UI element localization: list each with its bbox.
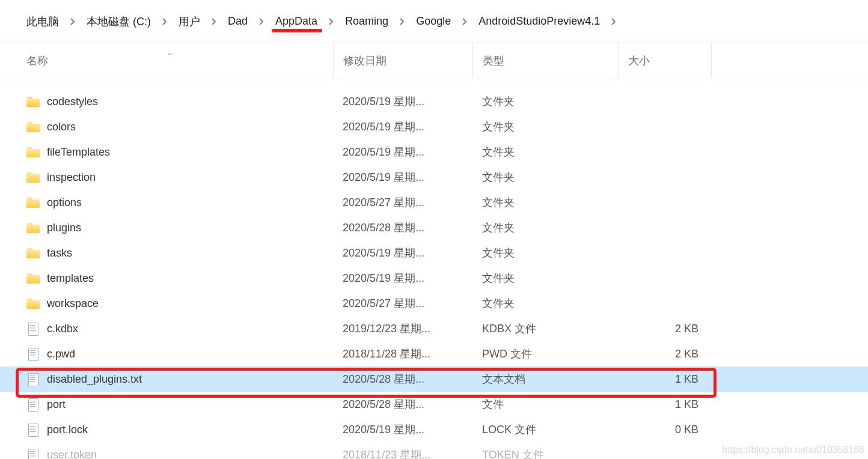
file-date-cell: 2020/5/19 星期... <box>333 120 472 134</box>
breadcrumb-item[interactable]: 此电脑 <box>22 13 64 30</box>
breadcrumb-item-label: 此电脑 <box>26 14 59 29</box>
file-date-cell: 2020/5/28 星期... <box>333 220 472 235</box>
file-type-cell: 文本文档 <box>472 372 618 386</box>
file-name-cell: port <box>26 398 333 411</box>
file-name-cell: disabled_plugins.txt <box>26 372 333 386</box>
file-name-cell: codestyles <box>26 95 333 108</box>
file-row[interactable]: options2020/5/27 星期...文件夹 <box>0 190 868 215</box>
watermark-text: https://blog.csdn.net/u010358168 <box>722 445 864 455</box>
file-name-text: codestyles <box>47 96 98 108</box>
chevron-right-icon[interactable] <box>206 17 222 26</box>
chevron-right-icon[interactable] <box>606 17 622 26</box>
file-name-text: plugins <box>47 222 81 234</box>
file-date-cell: 2020/5/27 星期... <box>333 296 472 311</box>
file-row[interactable]: plugins2020/5/28 星期...文件夹 <box>0 215 868 240</box>
file-size-cell: 0 KB <box>618 424 712 436</box>
file-size-cell: 2 KB <box>618 323 712 335</box>
file-date-cell: 2020/5/19 星期... <box>333 271 472 285</box>
chevron-right-icon[interactable] <box>457 17 472 26</box>
chevron-right-icon[interactable] <box>254 17 269 26</box>
breadcrumb-item-label: 本地磁盘 (C:) <box>87 14 151 29</box>
file-row[interactable]: c.pwd2018/11/28 星期...PWD 文件2 KB <box>0 341 868 366</box>
breadcrumb-item-label: Dad <box>228 15 248 28</box>
column-header-type[interactable]: 类型 <box>472 43 618 78</box>
file-name-cell: c.pwd <box>26 347 333 360</box>
file-date-cell: 2020/5/28 星期... <box>333 397 472 412</box>
file-type-cell: PWD 文件 <box>472 347 618 361</box>
file-name-text: options <box>47 196 82 209</box>
breadcrumb-item-label: AppData <box>275 15 317 28</box>
folder-icon <box>26 272 40 285</box>
folder-icon <box>26 120 40 133</box>
file-name-cell: tasks <box>26 246 333 260</box>
file-name-text: port.lock <box>47 424 88 436</box>
file-row[interactable]: templates2020/5/19 星期...文件夹 <box>0 266 868 291</box>
breadcrumb-item-label: Roaming <box>345 15 388 28</box>
file-type-cell: 文件夹 <box>472 94 618 109</box>
breadcrumb-item-label: AndroidStudioPreview4.1 <box>478 15 600 28</box>
file-type-cell: 文件夹 <box>472 170 618 184</box>
file-type-cell: 文件夹 <box>472 145 618 159</box>
folder-icon <box>26 221 40 234</box>
file-row[interactable]: port.lock2020/5/19 星期...LOCK 文件0 KB <box>0 417 868 442</box>
breadcrumb-item[interactable]: Roaming <box>340 14 393 29</box>
folder-icon <box>26 246 40 260</box>
file-name-text: disabled_plugins.txt <box>47 373 142 386</box>
file-type-cell: 文件夹 <box>472 220 618 235</box>
file-size-cell: 2 KB <box>618 348 712 360</box>
file-row[interactable]: disabled_plugins.txt2020/5/28 星期...文本文档1… <box>0 366 868 392</box>
file-row[interactable]: workspace2020/5/27 星期...文件夹 <box>0 291 868 316</box>
file-name-text: c.pwd <box>47 348 75 360</box>
folder-icon <box>26 196 40 209</box>
file-name-text: c.kdbx <box>47 323 78 335</box>
column-header-size[interactable]: 大小 <box>618 43 712 78</box>
file-row[interactable]: fileTemplates2020/5/19 星期...文件夹 <box>0 139 868 165</box>
breadcrumb-item[interactable]: AppData <box>270 14 322 29</box>
breadcrumb-item[interactable]: 用户 <box>174 13 205 30</box>
breadcrumb-item[interactable]: Dad <box>223 14 252 29</box>
column-header-size-text: 大小 <box>628 53 650 68</box>
file-row[interactable]: tasks2020/5/19 星期...文件夹 <box>0 240 868 266</box>
file-type-cell: 文件 <box>472 397 618 412</box>
file-type-cell: KDBX 文件 <box>472 321 618 336</box>
file-row[interactable]: inspection2020/5/19 星期...文件夹 <box>0 165 868 190</box>
file-row[interactable]: port2020/5/28 星期...文件1 KB <box>0 392 868 417</box>
file-date-cell: 2020/5/19 星期... <box>333 145 472 159</box>
file-row[interactable]: c.kdbx2019/12/23 星期...KDBX 文件2 KB <box>0 316 868 341</box>
breadcrumb-item[interactable]: Google <box>411 14 456 29</box>
file-name-cell: user.token <box>26 448 333 459</box>
file-name-cell: colors <box>26 120 333 133</box>
chevron-right-icon[interactable] <box>394 17 410 26</box>
file-type-cell: 文件夹 <box>472 120 618 134</box>
file-icon <box>26 423 40 436</box>
file-name-cell: inspection <box>26 171 333 184</box>
file-date-cell: 2020/5/19 星期... <box>333 94 472 109</box>
file-name-cell: options <box>26 196 333 209</box>
file-date-cell: 2020/5/28 星期... <box>333 372 472 386</box>
column-header-name[interactable]: 名称 ˆ <box>26 53 333 68</box>
file-row[interactable]: colors2020/5/19 星期...文件夹 <box>0 114 868 139</box>
file-size-cell: 1 KB <box>618 373 712 386</box>
column-header-type-text: 类型 <box>483 53 504 68</box>
file-type-cell: LOCK 文件 <box>472 422 618 437</box>
file-name-text: templates <box>47 272 94 285</box>
chevron-right-icon[interactable] <box>323 17 339 26</box>
file-name-cell: port.lock <box>26 423 333 436</box>
chevron-right-icon[interactable] <box>65 17 81 26</box>
breadcrumb-item[interactable]: AndroidStudioPreview4.1 <box>474 14 605 29</box>
file-date-cell: 2020/5/19 星期... <box>333 246 472 260</box>
chevron-right-icon[interactable] <box>157 17 173 26</box>
file-name-text: inspection <box>47 171 96 184</box>
breadcrumb-item[interactable]: 本地磁盘 (C:) <box>82 13 156 30</box>
file-row[interactable]: codestyles2020/5/19 星期...文件夹 <box>0 89 868 114</box>
sort-indicator-icon: ˆ <box>168 52 171 62</box>
column-header-date[interactable]: 修改日期 <box>333 43 472 78</box>
file-icon <box>26 448 40 459</box>
file-icon <box>26 322 40 335</box>
file-name-text: workspace <box>47 297 99 310</box>
file-date-cell: 2018/11/23 星期... <box>333 448 472 459</box>
file-icon <box>26 347 40 360</box>
file-name-text: fileTemplates <box>47 146 110 159</box>
file-icon <box>26 398 40 411</box>
file-name-cell: c.kdbx <box>26 322 333 335</box>
